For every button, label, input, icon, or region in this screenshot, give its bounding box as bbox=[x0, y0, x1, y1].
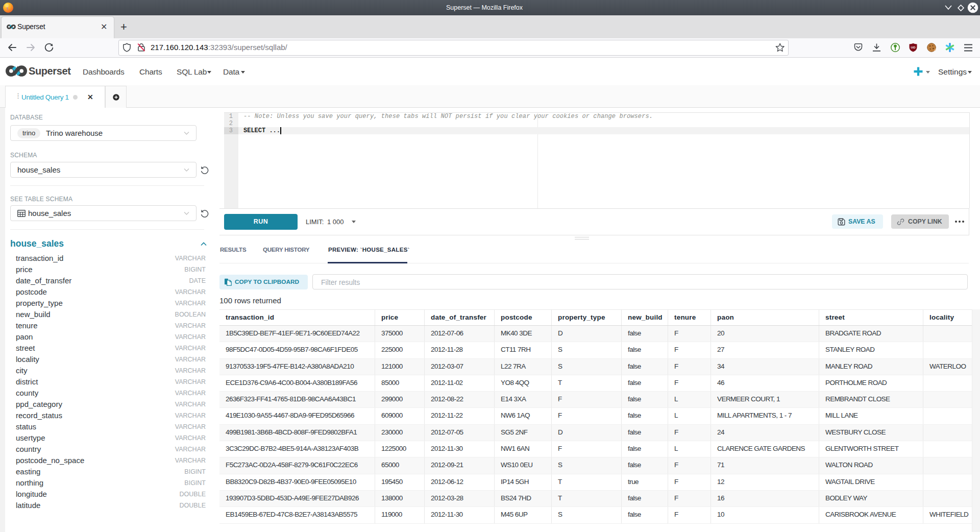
svg-text:UO: UO bbox=[911, 46, 916, 49]
